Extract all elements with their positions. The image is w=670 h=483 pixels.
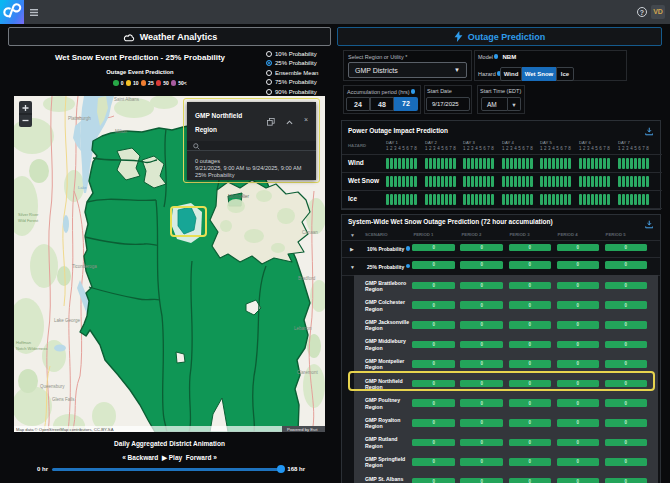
svg-text:Hoffman: Hoffman [16, 340, 31, 345]
svg-text:Plattsburgh: Plattsburgh [68, 116, 91, 121]
svg-text:Lake: Lake [78, 185, 87, 190]
svg-text:Notch Wilderness: Notch Wilderness [16, 346, 47, 351]
svg-text:Map data © OpenStreetMap contr: Map data © OpenStreetMap contributors, C… [16, 427, 114, 432]
svg-text:Silver River: Silver River [18, 212, 39, 217]
svg-text:Queensbury: Queensbury [40, 384, 65, 389]
svg-text:Ticonderoga: Ticonderoga [72, 264, 97, 269]
svg-text:Lake George: Lake George [54, 318, 81, 323]
svg-text:Saint Albans: Saint Albans [114, 97, 140, 102]
svg-text:Glens Falls: Glens Falls [52, 397, 75, 402]
svg-text:Montpelier: Montpelier [228, 194, 250, 199]
svg-text:Canaan: Canaan [302, 230, 318, 235]
svg-text:Powered by Esri: Powered by Esri [287, 427, 318, 432]
svg-text:Claremont: Claremont [297, 370, 319, 375]
svg-text:Bradford: Bradford [298, 276, 316, 281]
svg-text:Lebanon: Lebanon [294, 326, 312, 331]
svg-text:Milton: Milton [115, 129, 128, 134]
svg-text:Wild Forest: Wild Forest [18, 218, 39, 223]
